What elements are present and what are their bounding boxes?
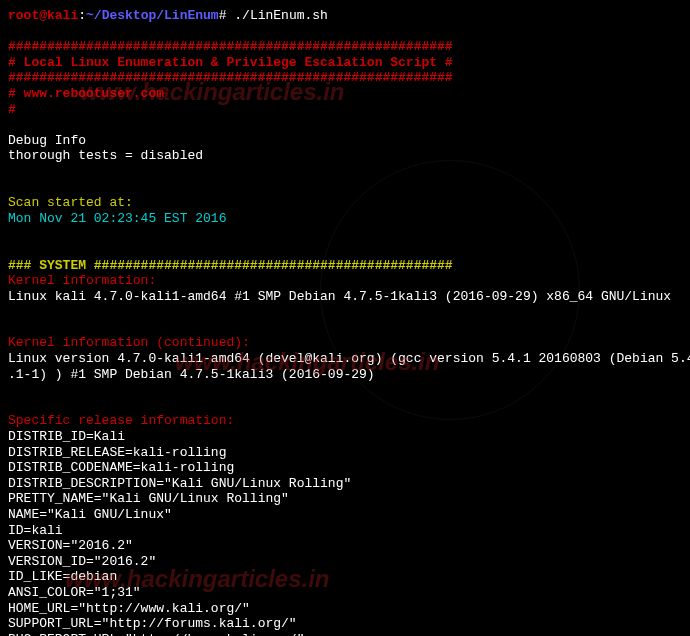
shell-prompt[interactable]: root@kali:~/Desktop/LinEnum# ./LinEnum.s… (8, 8, 682, 24)
kernel-cont-label: Kernel information (continued): (8, 335, 682, 351)
command-text: ./LinEnum.sh (234, 8, 328, 23)
release-line: ID=kali (8, 523, 682, 539)
scan-started-label: Scan started at: (8, 195, 682, 211)
release-line: ANSI_COLOR="1;31" (8, 585, 682, 601)
release-line: NAME="Kali GNU/Linux" (8, 507, 682, 523)
debug-thorough: thorough tests = disabled (8, 148, 682, 164)
prompt-tilde: ~ (86, 8, 94, 23)
prompt-sep: : (78, 8, 86, 23)
release-line: ID_LIKE=debian (8, 569, 682, 585)
release-line: HOME_URL="http://www.kali.org/" (8, 601, 682, 617)
blank-line (8, 382, 682, 398)
release-line: DISTRIB_CODENAME=kali-rolling (8, 460, 682, 476)
terminal-content: root@kali:~/Desktop/LinEnum# ./LinEnum.s… (8, 8, 682, 636)
blank-line (8, 117, 682, 133)
release-line: VERSION_ID="2016.2" (8, 554, 682, 570)
blank-line (8, 164, 682, 180)
prompt-user: root@kali (8, 8, 78, 23)
blank-line (8, 304, 682, 320)
system-header: ### SYSTEM #############################… (8, 258, 682, 274)
scan-started-time: Mon Nov 21 02:23:45 EST 2016 (8, 211, 682, 227)
release-line: PRETTY_NAME="Kali GNU/Linux Rolling" (8, 491, 682, 507)
debug-title: Debug Info (8, 133, 682, 149)
kernel-cont-value-2: .1-1) ) #1 SMP Debian 4.7.5-1kali3 (2016… (8, 367, 682, 383)
release-line: DISTRIB_ID=Kali (8, 429, 682, 445)
blank-line (8, 24, 682, 40)
blank-line (8, 320, 682, 336)
release-line: DISTRIB_RELEASE=kali-rolling (8, 445, 682, 461)
blank-line (8, 242, 682, 258)
banner-url: # www.rebootuser.com (8, 86, 682, 102)
kernel-info-value: Linux kali 4.7.0-kali1-amd64 #1 SMP Debi… (8, 289, 682, 305)
prompt-path: /Desktop/LinEnum (94, 8, 219, 23)
release-info-label: Specific release information: (8, 413, 682, 429)
release-line: VERSION="2016.2" (8, 538, 682, 554)
blank-line (8, 398, 682, 414)
banner-border-bottom: ########################################… (8, 70, 682, 86)
banner-title: # Local Linux Enumeration & Privilege Es… (8, 55, 682, 71)
banner-border-top: ########################################… (8, 39, 682, 55)
release-line: DISTRIB_DESCRIPTION="Kali GNU/Linux Roll… (8, 476, 682, 492)
banner-end: # (8, 102, 682, 118)
kernel-info-label: Kernel information: (8, 273, 682, 289)
release-line: BUG_REPORT_URL="http://bugs.kali.org/" (8, 632, 682, 636)
blank-line (8, 226, 682, 242)
release-line: SUPPORT_URL="http://forums.kali.org/" (8, 616, 682, 632)
blank-line (8, 180, 682, 196)
kernel-cont-value-1: Linux version 4.7.0-kali1-amd64 (devel@k… (8, 351, 682, 367)
